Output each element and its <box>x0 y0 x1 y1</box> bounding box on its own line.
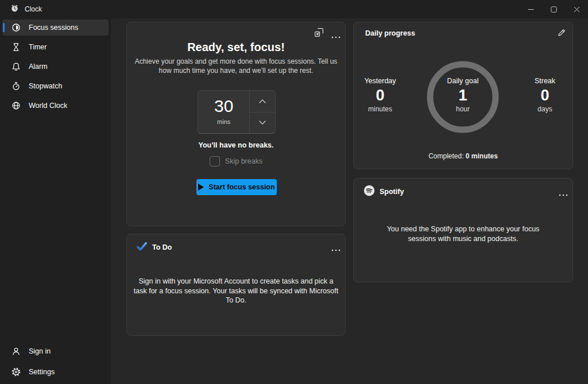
spotify-card-more-button[interactable] <box>556 187 570 200</box>
todo-card-more-button[interactable] <box>329 242 343 255</box>
window-title: Clock <box>25 5 42 13</box>
sidebar-item-world-clock[interactable]: World Clock <box>2 98 109 114</box>
spotify-logo-icon <box>363 185 375 199</box>
stopwatch-icon <box>11 82 21 91</box>
focus-sessions-icon <box>11 23 21 32</box>
focus-card-title: Ready, set, focus! <box>127 41 345 54</box>
skip-breaks-label: Skip breaks <box>225 157 262 165</box>
todo-card-body: Sign in with your Microsoft Account to c… <box>132 277 340 305</box>
stat-unit: days <box>513 105 577 113</box>
sidebar-item-label: Stopwatch <box>29 82 62 90</box>
minimize-icon <box>528 6 534 13</box>
sidebar-item-timer[interactable]: Timer <box>2 39 109 55</box>
sidebar-item-stopwatch[interactable]: Stopwatch <box>2 78 109 94</box>
edit-goal-button[interactable] <box>557 28 566 39</box>
duration-spinner: 30 mins <box>198 90 276 134</box>
stat-yesterday: Yesterday 0 minutes <box>349 77 412 113</box>
person-icon <box>11 347 21 356</box>
focus-setup-card: Ready, set, focus! Achieve your goals an… <box>126 22 346 226</box>
timer-icon <box>11 42 21 52</box>
completed-value: 0 minutes <box>466 152 498 160</box>
duration-unit: mins <box>198 118 249 125</box>
clock-app-window: Clock Focus sessions <box>0 0 588 384</box>
more-dots-icon <box>331 249 341 251</box>
sidebar-item-sign-in[interactable]: Sign in <box>2 343 109 359</box>
sidebar-item-label: Sign in <box>29 347 51 355</box>
maximize-icon <box>551 6 557 13</box>
stat-unit: minutes <box>349 105 412 113</box>
todo-check-icon <box>137 241 147 254</box>
completed-label: Completed: <box>428 152 466 160</box>
duration-input[interactable]: 30 mins <box>198 91 249 133</box>
sidebar-item-settings[interactable]: Settings <box>2 364 109 380</box>
stat-value: 1 <box>431 87 494 104</box>
stat-unit: hour <box>431 105 494 113</box>
breaks-note: You’ll have no breaks. <box>127 141 345 149</box>
minimize-button[interactable] <box>519 0 542 18</box>
skip-breaks-checkbox[interactable] <box>210 156 220 166</box>
close-button[interactable] <box>565 0 588 18</box>
duration-decrease-button[interactable] <box>250 113 275 134</box>
spotify-card: Spotify You need the Spotify app to enha… <box>353 178 573 282</box>
duration-increase-button[interactable] <box>250 91 275 113</box>
stat-streak: Streak 0 days <box>513 77 577 113</box>
pencil-icon <box>557 28 566 37</box>
skip-breaks-row[interactable]: Skip breaks <box>127 156 345 166</box>
spotify-card-body: You need the Spotify app to enhance your… <box>383 224 544 243</box>
mini-view-button[interactable] <box>314 28 324 39</box>
stat-daily-goal: Daily goal 1 hour <box>431 77 494 113</box>
start-focus-session-label: Start focus session <box>208 183 274 191</box>
completed-summary: Completed: 0 minutes <box>354 152 572 160</box>
sidebar-item-label: Timer <box>29 43 47 51</box>
stat-label: Yesterday <box>349 77 412 85</box>
play-icon <box>198 184 204 191</box>
stat-label: Daily goal <box>431 77 494 85</box>
stat-value: 0 <box>349 87 412 104</box>
gear-icon <box>11 367 21 377</box>
selected-accent-bar <box>3 23 5 32</box>
start-focus-session-button[interactable]: Start focus session <box>196 179 277 195</box>
duration-value: 30 <box>198 96 249 116</box>
maximize-button[interactable] <box>542 0 565 18</box>
sidebar-item-alarm[interactable]: Alarm <box>2 59 109 75</box>
chevron-down-icon <box>259 121 266 125</box>
todo-card-title: To Do <box>152 243 172 251</box>
mini-view-icon <box>314 28 324 37</box>
close-icon <box>574 6 580 13</box>
sidebar-item-label: Focus sessions <box>29 24 78 32</box>
sidebar-item-label: Settings <box>29 368 55 376</box>
stat-label: Streak <box>513 77 577 85</box>
world-clock-icon <box>11 101 21 110</box>
sidebar-item-label: World Clock <box>29 102 67 110</box>
chevron-up-icon <box>259 99 266 103</box>
stat-value: 0 <box>513 87 577 104</box>
more-dots-icon <box>331 36 341 38</box>
sidebar: Focus sessions Timer Alarm <box>0 18 111 384</box>
title-bar: Clock <box>0 0 588 18</box>
spotify-card-title: Spotify <box>380 188 404 196</box>
clock-app-icon <box>10 4 19 15</box>
focus-card-subtitle: Achieve your goals and get more done wit… <box>131 57 341 75</box>
daily-progress-title: Daily progress <box>365 29 415 37</box>
sidebar-item-label: Alarm <box>29 63 48 71</box>
daily-progress-card: Daily progress Yesterday 0 minutes Daily… <box>353 22 573 169</box>
todo-card: To Do Sign in with your Microsoft Accoun… <box>126 234 346 336</box>
alarm-icon <box>11 62 21 71</box>
sidebar-item-focus-sessions[interactable]: Focus sessions <box>2 20 109 36</box>
more-dots-icon <box>559 194 568 196</box>
